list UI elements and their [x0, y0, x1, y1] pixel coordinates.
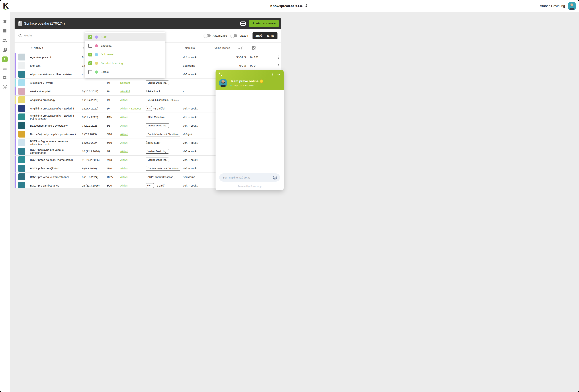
sidebar-item-dashboard[interactable] — [0, 27, 10, 35]
sidebar-item-content[interactable] — [0, 56, 10, 63]
filter-funnel-icon[interactable] — [82, 47, 85, 49]
content-name: Bezpečnost práce s cytostatiky — [30, 121, 81, 130]
author-chip: KP — [146, 106, 152, 111]
checkbox-unchecked-icon[interactable] — [88, 44, 92, 48]
dropdown-option-label: Kurz — [101, 35, 107, 39]
chapter-count: 1/4 — [107, 104, 118, 113]
status-link[interactable]: Aktivní — [120, 133, 128, 136]
sidebar-item-lists[interactable] — [0, 65, 10, 72]
chat-header: Jsem právě online 🙂 Ptejte se na cokoliv — [216, 70, 284, 90]
status-link[interactable]: Aktivní — [120, 99, 128, 101]
offer-type: Veř. + soukr. — [183, 164, 212, 173]
dropdown-option-zkou-ka[interactable]: Zkouška — [85, 41, 165, 50]
offer-type: - — [183, 96, 212, 104]
chapter-count: 4/15 — [107, 113, 118, 121]
row-type-color-bar — [15, 121, 16, 130]
dropdown-option-dokument[interactable]: ✓Dokument — [85, 50, 165, 59]
author-name: Šárka Stará — [146, 90, 160, 93]
content-thumbnail — [18, 165, 25, 172]
company-switcher[interactable]: Knowspread.cz s.r.o. — [0, 0, 290, 12]
row-menu-icon[interactable] — [276, 64, 281, 68]
row-menu-icon[interactable] — [276, 55, 281, 60]
version-and-date: 1 (27.4.2020) — [82, 104, 106, 113]
content-name: Bezpečný pohyb a péče po artroskopii — [30, 130, 81, 138]
toggle-knob — [204, 34, 208, 38]
column-offer-header[interactable]: Nabídka — [185, 43, 195, 53]
chat-status-title: Jsem právě online 🙂 — [230, 79, 264, 83]
status-cell: Aktivní — [120, 164, 145, 173]
status-link[interactable]: Aktivní + Koncept — [120, 107, 141, 110]
clear-filters-button[interactable]: ZRUŠIT FILTRY — [253, 32, 278, 39]
status-link[interactable]: Aktivní — [120, 141, 128, 144]
status-link[interactable]: Koncept — [120, 81, 130, 84]
chapter-count: 3/4 — [107, 87, 118, 96]
toggle-track[interactable] — [205, 34, 211, 37]
column-certificate-header[interactable] — [251, 43, 256, 53]
search-input[interactable] — [24, 34, 76, 37]
sidebar-item-cards[interactable] — [0, 47, 10, 54]
status-link[interactable]: Aktivní — [120, 167, 128, 170]
checkbox-checked-icon[interactable]: ✓ — [88, 53, 92, 57]
offer-type: - — [183, 78, 212, 87]
offer-type: Veřejná — [183, 130, 212, 138]
checkbox-unchecked-icon[interactable] — [88, 70, 92, 74]
offer-type: Veř. + soukr. — [183, 121, 212, 130]
author-cell: Šárka Stará — [146, 87, 182, 96]
chat-expand-icon[interactable] — [219, 72, 222, 76]
dropdown-option-blended-learning[interactable]: ✓Blended Learning — [85, 59, 165, 67]
status-link[interactable]: Aktivní — [120, 176, 128, 179]
chat-message-input[interactable] — [223, 176, 273, 179]
add-content-button[interactable]: + PŘIDAT OBSAH — [249, 20, 279, 27]
status-link[interactable]: Aktivní — [120, 124, 128, 127]
version-and-date: 5 (20.5.2021) — [82, 87, 106, 96]
sidebar-item-education[interactable] — [0, 18, 10, 25]
content-name: Angličtina pro kloegy — [30, 96, 81, 104]
version-and-date: 9 (5.3.2026) — [82, 164, 106, 173]
status-link[interactable]: Aktivní — [120, 158, 128, 161]
status-cell: Aktivní — [120, 113, 145, 121]
author-cell: Žádný autor — [146, 138, 182, 147]
row-type-color-bar — [15, 78, 16, 87]
column-version-header[interactable] — [82, 43, 85, 53]
row-type-color-bar — [15, 173, 16, 181]
updates-toggle[interactable]: Aktualizace — [205, 34, 227, 37]
author-chip: Vrabec David Ing. — [146, 149, 169, 154]
dropdown-option-kurz[interactable]: ✓Kurz — [85, 33, 165, 41]
row-type-color-bar — [15, 164, 16, 173]
row-type-color-bar — [15, 87, 16, 95]
chat-subtitle: Ptejte se na cokoliv — [233, 84, 254, 87]
checkbox-checked-icon[interactable]: ✓ — [88, 61, 92, 65]
version-and-date: 16 (12.3.2026) — [82, 147, 106, 156]
sidebar-item-settings[interactable] — [0, 74, 10, 81]
content-thumbnail — [18, 182, 25, 188]
sidebar-item-shop[interactable] — [0, 84, 10, 91]
list-icon — [2, 66, 7, 71]
certificate-badge-icon — [251, 46, 256, 50]
own-toggle[interactable]: Vlastní — [231, 34, 248, 37]
chat-menu-icon[interactable] — [270, 72, 274, 76]
content-name: BOZP pro vedoucí zaměstnance — [30, 173, 81, 181]
dropdown-option-zdroje[interactable]: Zdroje — [85, 67, 165, 76]
sidebar-item-users[interactable] — [0, 37, 10, 44]
checkbox-checked-icon[interactable]: ✓ — [88, 35, 92, 39]
toggle-track[interactable] — [231, 34, 237, 37]
row-type-color-bar — [15, 70, 16, 78]
column-licenses-header[interactable]: Volné licence — [215, 43, 230, 53]
emoji-picker-icon[interactable] — [273, 175, 277, 180]
content-name: Angličtina pro zdravotníky - základní po… — [30, 113, 81, 121]
author-cell: Klára Motejlová — [146, 113, 182, 121]
status-link[interactable]: Aktuální — [120, 90, 130, 93]
author-cell: Daniela Vrabcová Chodilová — [146, 164, 182, 173]
card-view-toggle-icon[interactable] — [240, 21, 246, 26]
status-link[interactable]: Aktivní — [120, 184, 128, 187]
offer-type: Veř. + soukr. — [183, 113, 212, 121]
status-link[interactable]: Aktivní — [120, 116, 128, 119]
author-chip: Vrabec David Ing. — [146, 158, 169, 162]
offer-type: - — [183, 87, 212, 96]
column-checklist-header[interactable] — [238, 43, 243, 53]
chat-minimize-icon[interactable] — [277, 73, 281, 76]
column-name-header[interactable]: Název ↑ — [31, 43, 43, 53]
filter-funnel-icon[interactable] — [31, 47, 33, 49]
status-link[interactable]: Aktivní — [120, 150, 128, 153]
version-and-date: 26 (11.3.2026) — [82, 181, 106, 188]
